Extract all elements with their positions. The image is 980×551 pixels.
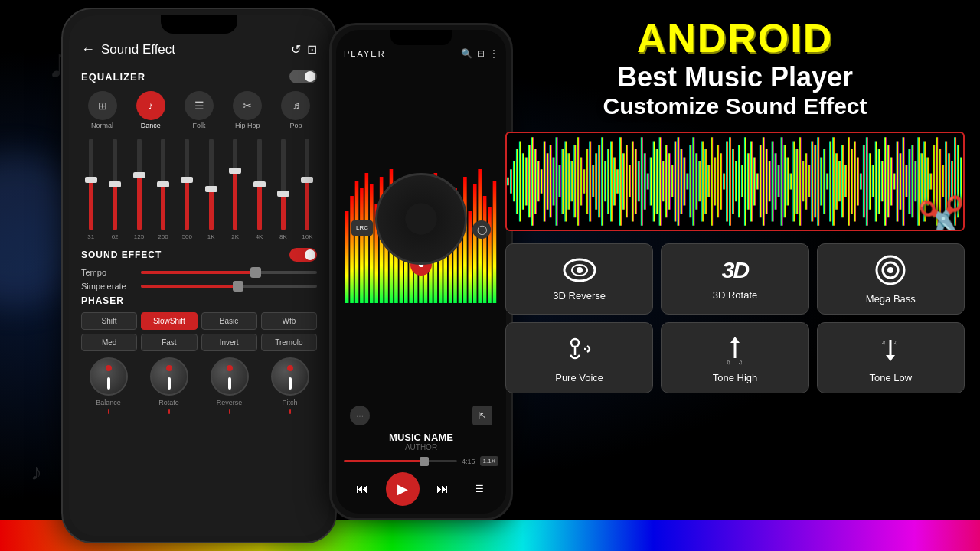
knob-balance-control[interactable] — [90, 357, 128, 396]
eq-fill-250 — [161, 184, 165, 230]
phaser-fast[interactable]: Fast — [141, 334, 197, 351]
phone2-notch — [390, 30, 452, 45]
back-arrow-icon[interactable]: ← — [81, 41, 95, 57]
freq-31: 31 — [81, 233, 100, 240]
progress-bar[interactable] — [344, 460, 457, 462]
freq-16k: 16K — [298, 233, 317, 240]
eq-thumb-16k — [301, 177, 313, 183]
effect-3d-rotate[interactable]: 3D 3D Rotate — [661, 243, 808, 315]
play-button[interactable]: ▶ — [386, 472, 420, 506]
tempo-bar[interactable] — [141, 271, 317, 274]
svg-rect-101 — [720, 153, 722, 210]
svg-rect-64 — [607, 149, 609, 214]
filter-icon[interactable]: ⊟ — [477, 48, 485, 59]
phaser-med[interactable]: Med — [81, 334, 137, 351]
eq-slider-8k[interactable] — [273, 139, 292, 230]
svg-rect-160 — [900, 153, 902, 210]
svg-rect-89 — [683, 158, 685, 206]
svg-text:♫: ♫ — [738, 359, 743, 366]
preset-hiphop[interactable]: ✂ Hip Hop — [227, 91, 269, 129]
svg-rect-38 — [528, 145, 531, 218]
eq-fill-2k — [233, 171, 237, 230]
progress-thumb — [420, 457, 429, 466]
effect-3d-reverse[interactable]: 3D Reverse — [505, 243, 653, 315]
svg-rect-55 — [580, 158, 582, 206]
simpelerate-bar[interactable] — [141, 285, 317, 288]
svg-rect-42 — [541, 169, 543, 194]
svg-rect-138 — [832, 137, 835, 226]
eq-slider-4k[interactable] — [250, 139, 269, 230]
svg-rect-119 — [775, 153, 777, 210]
svg-rect-148 — [863, 145, 865, 218]
preset-normal[interactable]: ⊞ Normal — [81, 91, 123, 129]
knob-pitch-control[interactable] — [271, 357, 309, 396]
save-icon[interactable]: ⊡ — [307, 42, 317, 57]
effect-mega-bass[interactable]: Mega Bass — [817, 243, 965, 315]
sound-effect-toggle[interactable] — [289, 248, 317, 262]
svg-rect-70 — [626, 145, 628, 218]
svg-rect-84 — [668, 153, 671, 210]
preset-pop[interactable]: ♬ Pop — [275, 91, 317, 129]
sound-effect-label: SOUND EFFECT — [81, 249, 162, 260]
pure-voice-label: Pure Voice — [555, 372, 603, 383]
svg-point-182 — [577, 267, 583, 273]
preset-folk[interactable]: ☰ Folk — [178, 91, 220, 129]
knob-rotate-tick — [155, 409, 183, 416]
svg-rect-75 — [641, 137, 643, 226]
eq-slider-31[interactable] — [81, 139, 100, 230]
player-top-bar: PLAYER 🔍 ⊟ ⋮ — [344, 48, 498, 59]
eq-slider-2k[interactable] — [225, 139, 244, 230]
next-button[interactable]: ⏭ — [429, 475, 456, 503]
svg-rect-110 — [747, 153, 750, 210]
effect-tone-low[interactable]: ♫ ♫ Tone Low — [817, 322, 965, 393]
svg-rect-48 — [559, 165, 561, 197]
svg-rect-158 — [893, 174, 896, 190]
more-options-btn[interactable]: ··· — [350, 406, 370, 425]
eq-thumb-2k — [229, 168, 241, 174]
search-icon[interactable]: 🔍 — [461, 48, 472, 59]
phaser-shift[interactable]: Shift — [81, 312, 137, 330]
eq-slider-16k[interactable] — [298, 139, 317, 230]
phaser-basic[interactable]: Basic — [201, 312, 257, 330]
svg-rect-94 — [698, 161, 701, 202]
svg-rect-91 — [689, 145, 691, 218]
knob-rotate-control[interactable] — [150, 357, 188, 396]
svg-rect-41 — [537, 161, 540, 202]
phaser-slowshift[interactable]: SlowShift — [141, 312, 197, 330]
svg-rect-132 — [814, 145, 816, 218]
svg-rect-105 — [732, 149, 734, 214]
svg-rect-60 — [595, 153, 597, 210]
svg-rect-83 — [665, 145, 668, 218]
eq-slider-125[interactable] — [129, 139, 149, 230]
svg-text:♫: ♫ — [881, 339, 886, 346]
eq-slider-1k[interactable] — [201, 139, 220, 230]
customize-title: Customize Sound Effect — [505, 93, 965, 119]
phaser-wfb[interactable]: Wfb — [261, 312, 317, 330]
effect-pure-voice[interactable]: Pure Voice — [505, 322, 653, 393]
prev-button[interactable]: ⏮ — [348, 475, 376, 503]
phaser-invert[interactable]: Invert — [201, 334, 257, 351]
phone1-notch — [161, 15, 237, 34]
best-music-title: Best Music Player — [505, 61, 965, 93]
phaser-row-1: Shift SlowShift Basic Wfb — [81, 312, 317, 330]
eq-toggle[interactable] — [289, 70, 317, 83]
svg-rect-36 — [522, 153, 524, 210]
eq-slider-250[interactable] — [153, 139, 172, 230]
svg-rect-24 — [463, 177, 467, 303]
lrc-icon[interactable]: LRC — [351, 220, 373, 236]
eq-slider-62[interactable] — [105, 139, 124, 230]
svg-rect-107 — [738, 145, 740, 218]
preset-dance[interactable]: ♪ Dance — [129, 91, 172, 129]
phaser-tremolo[interactable]: Tremolo — [261, 334, 317, 351]
effect-tone-high[interactable]: ♫ ♫ Tone High — [661, 322, 808, 393]
svg-rect-127 — [799, 137, 801, 226]
svg-rect-170 — [929, 174, 932, 190]
svg-rect-97 — [707, 165, 710, 197]
preset-normal-icon: ⊞ — [88, 91, 117, 120]
svg-rect-113 — [756, 174, 759, 190]
eq-track-8k — [281, 139, 286, 230]
knob-reverse-control[interactable] — [211, 357, 249, 396]
profile-icon[interactable]: ◯ — [472, 220, 491, 239]
eq-slider-500[interactable] — [178, 139, 197, 230]
refresh-icon[interactable]: ↺ — [291, 42, 301, 57]
